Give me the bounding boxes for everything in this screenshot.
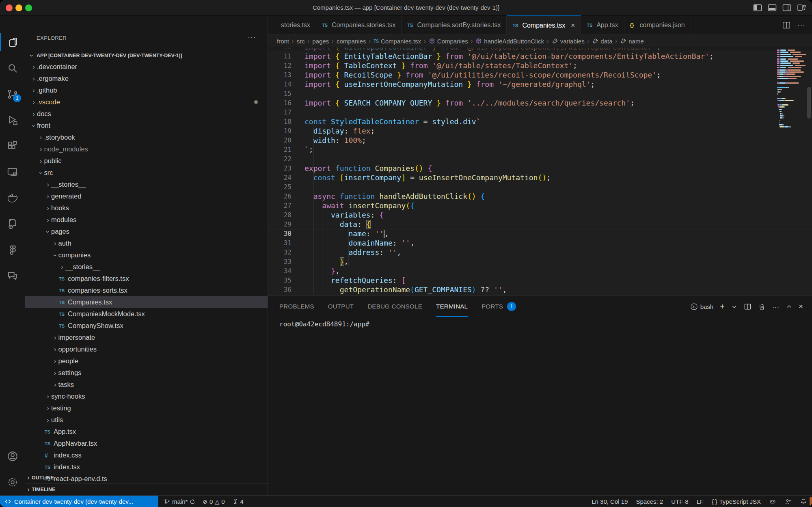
split-terminal-icon[interactable] [744, 303, 752, 311]
close-icon[interactable]: × [571, 22, 575, 30]
tab-companies.json[interactable]: {}companies.json [624, 15, 691, 35]
breadcrumb-item-front[interactable]: front [277, 38, 289, 45]
tree-item-utils[interactable]: ›utils [25, 414, 268, 426]
remote-explorer-activity-button[interactable] [0, 162, 25, 183]
new-terminal-button[interactable]: + [720, 302, 725, 311]
minimap[interactable] [777, 47, 806, 296]
tab-Companies.sortBy.stories.tsx[interactable]: TSCompanies.sortBy.stories.tsx [402, 15, 507, 35]
panel-tab-OUTPUT[interactable]: OUTPUT [328, 296, 354, 317]
docker-activity-button[interactable] [0, 188, 25, 209]
tree-item-companies[interactable]: ›companies [25, 249, 268, 261]
explorer-activity-button[interactable] [0, 32, 25, 53]
tree-item-pages[interactable]: ›pages [25, 226, 268, 237]
remote-indicator[interactable]: Container dev-twenty-dev (dev-twenty-dev… [0, 496, 158, 507]
code-editor[interactable]: 10 import { WithTopBarContainer } from '… [268, 47, 812, 296]
tab-stories.tsx[interactable]: stories.tsx [268, 15, 316, 35]
profile-dropdown-icon[interactable] [731, 304, 737, 310]
tree-item-.ergomake[interactable]: ›.ergomake [25, 73, 268, 84]
tree-item-.storybook[interactable]: ›.storybook [25, 132, 268, 143]
status-typescript-jsx[interactable]: { }TypeScript JSX [712, 498, 761, 505]
dev-container-activity-button[interactable] [0, 214, 25, 235]
split-editor-icon[interactable] [782, 21, 791, 30]
tree-item-settings[interactable]: ›settings [25, 367, 268, 379]
tree-item-front[interactable]: ›front [25, 120, 268, 132]
layout-sidebar-left-icon[interactable] [753, 3, 762, 13]
breadcrumb-item-handleAddButtonClick[interactable]: handleAddButtonClick [475, 38, 544, 45]
status-ln-30-col-19[interactable]: Ln 30, Col 19 [592, 498, 628, 505]
more-actions-icon[interactable]: ··· [772, 303, 780, 310]
panel-tab-DEBUG CONSOLE[interactable]: DEBUG CONSOLE [367, 296, 422, 317]
feedback-icon[interactable] [784, 498, 792, 505]
terminal-prompt[interactable]: root@0a42ecd84891:/app# [279, 320, 369, 328]
tree-item-.github[interactable]: ›.github [25, 84, 268, 96]
settings-gear-button[interactable] [0, 472, 25, 493]
tree-item-people[interactable]: ›people [25, 355, 268, 367]
status-lf[interactable]: LF [697, 498, 704, 505]
git-branch-status[interactable]: main* [164, 498, 195, 505]
tree-item-__stories__[interactable]: ›__stories__ [25, 179, 268, 190]
panel-tab-PROBLEMS[interactable]: PROBLEMS [279, 296, 314, 317]
close-panel-icon[interactable]: × [799, 302, 803, 311]
status-utf-8[interactable]: UTF-8 [671, 498, 689, 505]
tree-item-index.tsx[interactable]: TSindex.tsx [25, 461, 268, 473]
notifications-bell-icon[interactable] [800, 498, 807, 505]
tree-item-Companies.tsx[interactable]: TSCompanies.tsx [25, 296, 268, 308]
more-actions-icon[interactable]: ··· [797, 21, 806, 29]
explorer-more-actions-icon[interactable]: ··· [248, 33, 256, 42]
tree-item-testing[interactable]: ›testing [25, 402, 268, 414]
tab-Companies.stories.tsx[interactable]: TSCompanies.stories.tsx [316, 15, 402, 35]
editor-scrollbar[interactable] [807, 47, 811, 296]
breadcrumb-item-variables[interactable]: variables [552, 38, 585, 45]
search-activity-button[interactable] [0, 58, 25, 79]
status-spaces-2[interactable]: Spaces: 2 [636, 498, 663, 505]
kill-terminal-icon[interactable] [758, 303, 766, 311]
tree-item-CompaniesMockMode.tsx[interactable]: TSCompaniesMockMode.tsx [25, 308, 268, 320]
breadcrumb-item-companies[interactable]: companies [337, 38, 366, 45]
problems-status[interactable]: ⊘ 0 △ 0 [203, 498, 225, 505]
workspace-section-header[interactable]: › APP [CONTAINER DEV-TWENTY-DEV (DEV-TWE… [25, 50, 268, 61]
layout-customize-icon[interactable] [797, 3, 806, 13]
breadcrumb-item-data[interactable]: data [592, 38, 612, 45]
tree-item-App.tsx[interactable]: TSApp.tsx [25, 426, 268, 438]
tree-item-opportunities[interactable]: ›opportunities [25, 343, 268, 355]
tree-item-src[interactable]: ›src [25, 167, 268, 179]
tree-item-modules[interactable]: ›modules [25, 214, 268, 226]
run-debug-activity-button[interactable] [0, 110, 25, 131]
outline-section-header[interactable]: › OUTLINE [25, 472, 268, 483]
maximize-panel-icon[interactable] [786, 304, 792, 310]
breadcrumb-item-name[interactable]: name [620, 38, 644, 45]
tree-item-companies-sorts.tsx[interactable]: TScompanies-sorts.tsx [25, 285, 268, 296]
tree-item-impersonate[interactable]: ›impersonate [25, 332, 268, 343]
comments-activity-button[interactable] [0, 265, 25, 287]
tree-item-docs[interactable]: ›docs [25, 108, 268, 120]
terminal-profile[interactable]: bash [690, 303, 714, 311]
tree-item-tasks[interactable]: ›tasks [25, 379, 268, 390]
tab-Companies.tsx[interactable]: TSCompanies.tsx × [507, 15, 581, 35]
copilot-status[interactable] [769, 498, 776, 505]
tree-item-companies-filters.tsx[interactable]: TScompanies-filters.tsx [25, 273, 268, 285]
breadcrumb-item-pages[interactable]: pages [312, 38, 329, 45]
timeline-section-header[interactable]: › TIMELINE [25, 483, 268, 495]
tree-item-index.css[interactable]: #index.css [25, 449, 268, 461]
tree-item-CompanyShow.tsx[interactable]: TSCompanyShow.tsx [25, 320, 268, 332]
tree-item-.devcontainer[interactable]: ›.devcontainer [25, 61, 268, 73]
layout-sidebar-right-icon[interactable] [782, 3, 792, 13]
tree-item-generated[interactable]: ›generated [25, 190, 268, 202]
panel-tab-TERMINAL[interactable]: TERMINAL [436, 296, 468, 317]
extensions-activity-button[interactable] [0, 136, 25, 157]
tree-item-AppNavbar.tsx[interactable]: TSAppNavbar.tsx [25, 438, 268, 449]
source-control-activity-button[interactable]: 1 [0, 84, 25, 105]
tree-item-node_modules[interactable]: ›node_modules [25, 143, 268, 155]
account-button[interactable] [0, 446, 25, 467]
scrollbar-thumb[interactable] [807, 87, 811, 119]
tree-item-public[interactable]: ›public [25, 155, 268, 167]
figma-activity-button[interactable] [0, 239, 25, 261]
tree-item-hooks[interactable]: ›hooks [25, 202, 268, 214]
tree-item-sync-hooks[interactable]: ›sync-hooks [25, 390, 268, 402]
tab-App.tsx[interactable]: TSApp.tsx [581, 15, 624, 35]
tree-item-__stories__[interactable]: ›__stories__ [25, 261, 268, 273]
layout-panel-icon[interactable] [767, 3, 777, 13]
panel-tab-PORTS[interactable]: PORTS1 [482, 296, 516, 317]
breadcrumb-item-Companies[interactable]: Companies [429, 38, 468, 45]
breadcrumb-item-src[interactable]: src [297, 38, 305, 45]
